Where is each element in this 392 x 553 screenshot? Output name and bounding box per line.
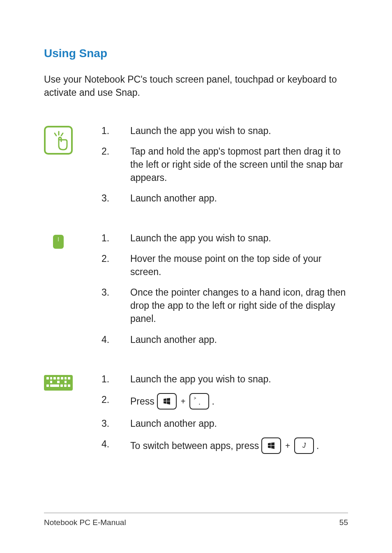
step-number: 1.	[101, 231, 130, 245]
j-key-icon: J	[294, 437, 314, 454]
touchpad-step-4: 4. Launch another app.	[101, 333, 348, 346]
svg-marker-7	[268, 443, 271, 445]
step-number: 2.	[101, 145, 130, 158]
touch-screen-icon	[44, 126, 73, 155]
svg-line-2	[61, 133, 63, 136]
section-heading: Using Snap	[44, 45, 348, 61]
svg-marker-8	[271, 442, 274, 445]
svg-marker-6	[167, 401, 170, 405]
svg-marker-3	[164, 398, 166, 401]
footer-title: Notebook PC E-Manual	[44, 517, 126, 528]
svg-marker-4	[167, 398, 170, 401]
step-text: Launch another app.	[130, 333, 348, 346]
step-number: 3.	[101, 192, 130, 205]
keyboard-step-3: 3. Launch another app.	[101, 417, 348, 430]
touchpad-icon	[53, 235, 64, 249]
step-number: 4.	[101, 437, 130, 451]
period-key-icon: > .	[189, 393, 209, 410]
touchpad-step-1: 1. Launch the app you wish to snap.	[101, 231, 348, 245]
switch-label: To switch between apps, press	[130, 439, 259, 452]
step-text: Launch the app you wish to snap.	[130, 124, 348, 137]
step-text: Hover the mouse point on the top side of…	[130, 252, 348, 278]
keyboard-step-4: 4. To switch between apps, press + J .	[101, 437, 348, 454]
page-footer: Notebook PC E-Manual 55	[44, 513, 348, 528]
touch-step-2: 2. Tap and hold the app's topmost part t…	[101, 145, 348, 185]
step-number: 2.	[101, 393, 130, 406]
step-number: 4.	[101, 333, 130, 346]
touch-step-3: 3. Launch another app.	[101, 192, 348, 205]
plus-sign: +	[181, 396, 186, 407]
step-number: 2.	[101, 252, 130, 265]
step-text: Launch the app you wish to snap.	[130, 231, 348, 245]
press-label: Press	[130, 395, 154, 408]
keyboard-step-2: 2. Press + > . .	[101, 393, 348, 410]
page-number: 55	[339, 517, 348, 528]
step-text: Launch another app.	[130, 417, 348, 430]
svg-marker-9	[268, 446, 271, 448]
keyboard-step-1: 1. Launch the app you wish to snap.	[101, 373, 348, 386]
step-text: Launch the app you wish to snap.	[130, 373, 348, 386]
step-number: 3.	[101, 286, 130, 299]
step-text: Press + > . .	[130, 393, 348, 410]
period: .	[212, 395, 214, 408]
step-number: 3.	[101, 417, 130, 430]
method-touch: 1. Launch the app you wish to snap. 2. T…	[44, 124, 348, 213]
svg-line-0	[55, 133, 56, 136]
svg-marker-10	[271, 446, 274, 449]
touchpad-step-2: 2. Hover the mouse point on the top side…	[101, 252, 348, 278]
method-touchpad: 1. Launch the app you wish to snap. 2. H…	[44, 231, 348, 354]
step-text: Launch another app.	[130, 192, 348, 205]
windows-key-icon	[261, 437, 281, 454]
step-number: 1.	[101, 373, 130, 386]
step-number: 1.	[101, 124, 130, 137]
windows-key-icon	[157, 393, 177, 410]
period: .	[316, 439, 319, 452]
intro-text: Use your Notebook PC's touch screen pane…	[44, 73, 348, 99]
svg-marker-5	[164, 401, 166, 404]
keyboard-icon	[44, 375, 73, 391]
step-text: To switch between apps, press + J .	[130, 437, 348, 454]
step-text: Tap and hold the app's topmost part then…	[130, 145, 348, 185]
step-text: Once the pointer changes to a hand icon,…	[130, 286, 348, 326]
plus-sign: +	[285, 440, 290, 451]
touch-step-1: 1. Launch the app you wish to snap.	[101, 124, 348, 137]
method-keyboard: 1. Launch the app you wish to snap. 2. P…	[44, 373, 348, 461]
touchpad-step-3: 3. Once the pointer changes to a hand ic…	[101, 286, 348, 326]
